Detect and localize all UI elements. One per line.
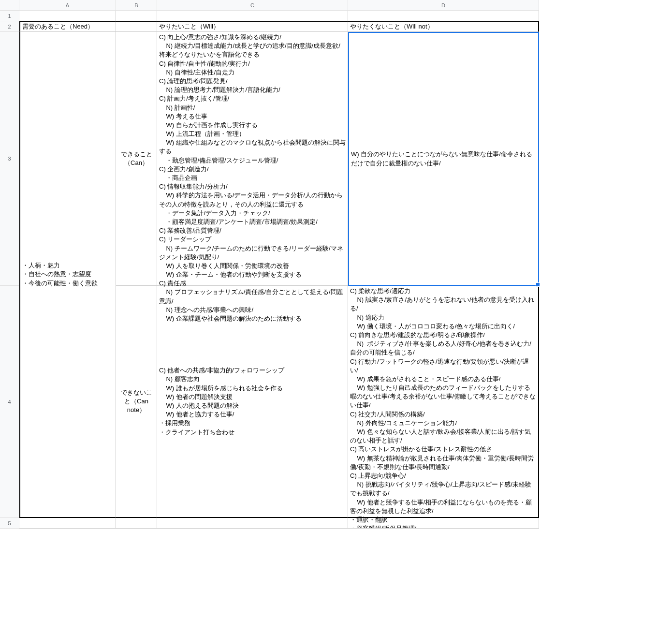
cell-c5[interactable] xyxy=(157,518,348,529)
cell-b2[interactable] xyxy=(116,21,157,32)
col-header-c[interactable]: C xyxy=(157,0,348,11)
col-header-a[interactable]: A xyxy=(19,0,116,11)
spreadsheet-grid[interactable]: A B C D 1 2 需要のあること（Need） やりたいこと（Will） や… xyxy=(0,0,539,529)
cell-d1[interactable] xyxy=(348,11,539,21)
cell-a1[interactable] xyxy=(19,11,116,21)
cell-b5[interactable] xyxy=(116,518,157,529)
cell-d2[interactable]: やりたくないこと（Will not） xyxy=(348,21,539,32)
select-all-corner[interactable] xyxy=(0,0,19,11)
row-header-1[interactable]: 1 xyxy=(0,11,19,21)
row-header-2[interactable]: 2 xyxy=(0,21,19,32)
cell-b4[interactable]: できないこと（Can note） xyxy=(116,286,157,518)
cell-a2[interactable]: 需要のあること（Need） xyxy=(19,21,116,32)
cell-a5[interactable] xyxy=(19,518,116,529)
row-header-5[interactable]: 5 xyxy=(0,518,19,529)
cell-c4[interactable]: C) 他者への共感/非協力的/フォロワーシップ N) 顧客志向 W) 誰もが居場… xyxy=(157,286,348,518)
col-header-b[interactable]: B xyxy=(116,0,157,11)
cell-b3[interactable]: できること（Can） xyxy=(116,32,157,286)
col-header-d[interactable]: D xyxy=(348,0,539,11)
cell-c2[interactable]: やりたいこと（Will） xyxy=(157,21,348,32)
row-header-3[interactable]: 3 xyxy=(0,32,19,286)
cell-a3-merged[interactable]: ・人柄・魅力 ・自社への熱意・志望度 ・今後の可能性・働く意欲 xyxy=(19,32,116,518)
row-header-4[interactable]: 4 xyxy=(0,286,19,518)
cell-c3[interactable]: C) 向上心/意志の強さ/知識を深める/継続力/ N) 継続力/目標達成能力/成… xyxy=(157,32,348,286)
cell-c1[interactable] xyxy=(157,11,348,21)
cell-b1[interactable] xyxy=(116,11,157,21)
cell-d5[interactable] xyxy=(348,518,539,529)
cell-d3-selected[interactable]: W) 自分のやりたいことにつながらない無意味な仕事/命令されるだけで自分に裁量権… xyxy=(348,32,539,286)
cell-d4[interactable]: C) 柔軟な思考/適応力 N) 誠実さ/素直さ/ありがとうを忘れない/他者の意見… xyxy=(348,286,539,518)
